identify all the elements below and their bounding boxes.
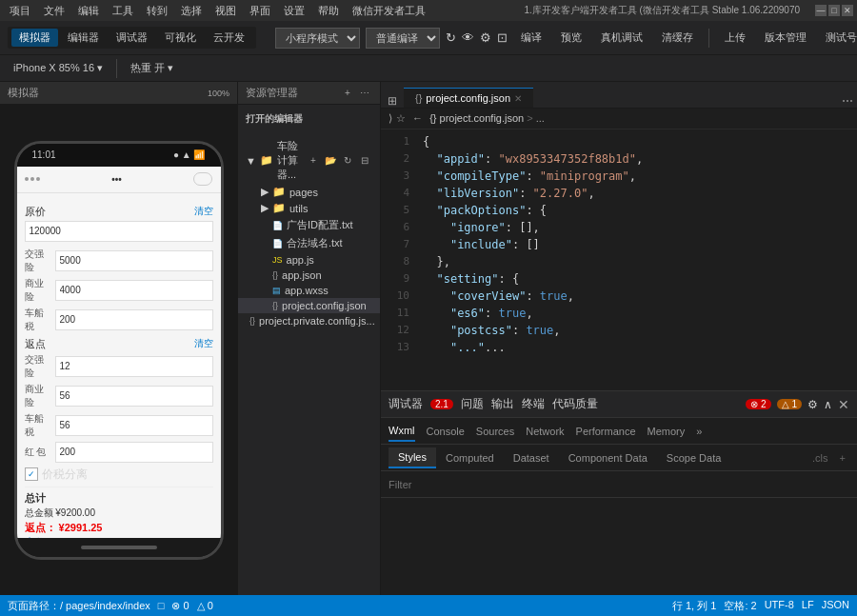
subtab-component-data[interactable]: Component Data [559, 448, 657, 467]
toolbar-editor[interactable]: 编辑器 [60, 29, 107, 47]
jiashui-checkbox[interactable]: ✓ [25, 467, 38, 481]
compile-selector[interactable]: 普通编译 [366, 28, 440, 49]
projectprivate-file[interactable]: {} project.private.config.js... [238, 313, 380, 328]
real-debug-button[interactable]: 真机调试 [593, 29, 650, 47]
settings-devtools-icon[interactable]: ⚙ [807, 398, 818, 411]
menu-item-interface[interactable]: 界面 [244, 4, 276, 18]
app-title: 1.库开发客户端开发者工具 (微信开发者工具 Stable 1.06.22090… [518, 4, 806, 17]
appjs-file[interactable]: JS app.js [238, 252, 380, 268]
tab-sources[interactable]: Sources [476, 422, 514, 441]
projectconfig-file[interactable]: {} project.config.json [238, 298, 380, 313]
toolbar-debugger[interactable]: 调试器 [109, 29, 155, 47]
menu-item-file[interactable]: 文件 [38, 4, 70, 18]
jiaoxian-input[interactable] [55, 250, 213, 271]
minimize-button[interactable]: — [815, 5, 827, 16]
version-button[interactable]: 版本管理 [757, 29, 814, 47]
tab-wxml[interactable]: Wxml [389, 421, 415, 442]
menu-item-project[interactable]: 项目 [4, 4, 36, 18]
menu-item-edit[interactable]: 编辑 [72, 4, 105, 18]
tab-console[interactable]: Console [427, 422, 465, 441]
yuanjia-clear[interactable]: 清空 [194, 205, 213, 219]
tab-network[interactable]: Network [526, 422, 564, 441]
compile-button[interactable]: 编译 [513, 29, 549, 47]
mode-selector[interactable]: 小程序模式 [275, 28, 360, 49]
collapse-icon[interactable]: ⊟ [357, 153, 372, 169]
clean-icon[interactable]: ⊡ [497, 27, 508, 50]
subtab-computed[interactable]: Computed [436, 448, 504, 467]
utils-folder[interactable]: ▶ 📁 utils [238, 200, 380, 216]
settings-icon[interactable]: ⚙ [480, 27, 491, 50]
menu-item-tools[interactable]: 工具 [107, 4, 139, 18]
hotbar-toggle[interactable]: 热重 开 ▾ [125, 59, 179, 77]
devtools-tab-issues[interactable]: 问题 [461, 396, 484, 412]
open-editors-title[interactable]: 打开的编辑器 [238, 109, 380, 129]
pages-chevron-icon: ▶ [261, 186, 269, 198]
shangyexian2-input[interactable] [55, 386, 213, 407]
close-devtools-button[interactable]: ✕ [838, 397, 849, 412]
toolbar-cloud[interactable]: 云开发 [206, 29, 252, 47]
appjs-file-icon: JS [272, 255, 283, 265]
explorer-action-2[interactable]: ⋯ [357, 86, 372, 101]
appjs-filename: app.js [287, 254, 314, 266]
subtab-dataset[interactable]: Dataset [504, 448, 559, 467]
chechuan2-input[interactable] [55, 415, 213, 436]
appjson-file[interactable]: {} app.json [238, 268, 380, 283]
code-line-4: "libVersion": "2.27.0", [423, 185, 849, 202]
plus-icon[interactable]: + [836, 448, 849, 467]
explorer-action-1[interactable]: + [340, 86, 355, 101]
eye-icon[interactable]: 👁 [462, 27, 474, 50]
new-folder-icon[interactable]: 📂 [323, 153, 338, 169]
hongbao-input[interactable] [55, 442, 213, 463]
maximize-devtools-icon[interactable]: ∧ [824, 398, 832, 411]
chechuan-input[interactable] [55, 309, 213, 330]
tab-performance[interactable]: Performance [576, 422, 636, 441]
upload-button[interactable]: 上传 [717, 29, 753, 47]
pages-folder[interactable]: ▶ 📁 pages [238, 184, 380, 200]
close-button[interactable]: ✕ [842, 5, 853, 16]
toolbar-simulator[interactable]: 模拟器 [11, 29, 58, 47]
menu-item-view[interactable]: 视图 [209, 4, 242, 18]
explorer-title: 资源管理器 [246, 86, 298, 100]
appwxss-file[interactable]: ▤ app.wxss [238, 283, 380, 298]
clear-cache-button[interactable]: 清缓存 [654, 29, 701, 47]
adid-file-icon: 📄 [272, 221, 283, 230]
device-selector[interactable]: iPhone X 85% 16 ▾ [8, 60, 109, 76]
line-num-2: 2 [381, 150, 409, 168]
preview-button[interactable]: 预览 [553, 29, 589, 47]
fandian-clear[interactable]: 清空 [194, 337, 213, 351]
back-icon[interactable]: ← [412, 112, 423, 124]
capsule-button[interactable] [193, 172, 212, 186]
adid-file[interactable]: 📄 广告ID配置.txt [238, 216, 380, 234]
refresh-icon[interactable]: ↻ [446, 27, 456, 50]
menu-item-wechat[interactable]: 微信开发者工具 [347, 4, 431, 18]
devtools-tab-terminal[interactable]: 终端 [522, 396, 545, 412]
toolbar-visual[interactable]: 可视化 [157, 29, 204, 47]
yuanjia-input[interactable] [25, 221, 213, 242]
devtools-tab-output[interactable]: 输出 [491, 396, 514, 412]
shangyexian-input[interactable] [55, 280, 213, 301]
maximize-button[interactable]: □ [828, 5, 840, 16]
close-tab-icon[interactable]: ✕ [514, 93, 522, 104]
menu-item-help[interactable]: 帮助 [312, 4, 345, 18]
jiaoxian2-input[interactable] [55, 356, 213, 377]
tab-more[interactable]: » [696, 422, 702, 441]
menu-item-settings[interactable]: 设置 [278, 4, 310, 18]
new-file-icon[interactable]: + [306, 153, 321, 169]
more-tabs-icon[interactable]: ⋯ [842, 94, 853, 108]
dot1 [25, 177, 29, 181]
project-root[interactable]: ▼ 📁 车险计算器... + 📂 ↻ ⊟ [238, 137, 380, 184]
menu-item-goto[interactable]: 转到 [141, 4, 173, 18]
refresh-icon[interactable]: ↻ [340, 153, 355, 169]
home-bar [81, 546, 157, 549]
code-line-13: "..."... [423, 339, 849, 356]
domain-file[interactable]: 📄 合法域名.txt [238, 234, 380, 252]
filter-input[interactable] [389, 479, 849, 490]
menu-item-select[interactable]: 选择 [175, 4, 208, 18]
devtools-tab-quality[interactable]: 代码质量 [552, 396, 598, 412]
test-num-button[interactable]: 测试号 [818, 29, 857, 47]
tab-memory[interactable]: Memory [648, 422, 686, 441]
subtab-styles[interactable]: Styles [389, 447, 436, 468]
subtab-scope-data[interactable]: Scope Data [657, 448, 730, 467]
tab-project-config[interactable]: {} project.config.json ✕ [404, 88, 533, 108]
phone-content[interactable]: 原价 清空 交强险 商业险 [17, 193, 221, 538]
